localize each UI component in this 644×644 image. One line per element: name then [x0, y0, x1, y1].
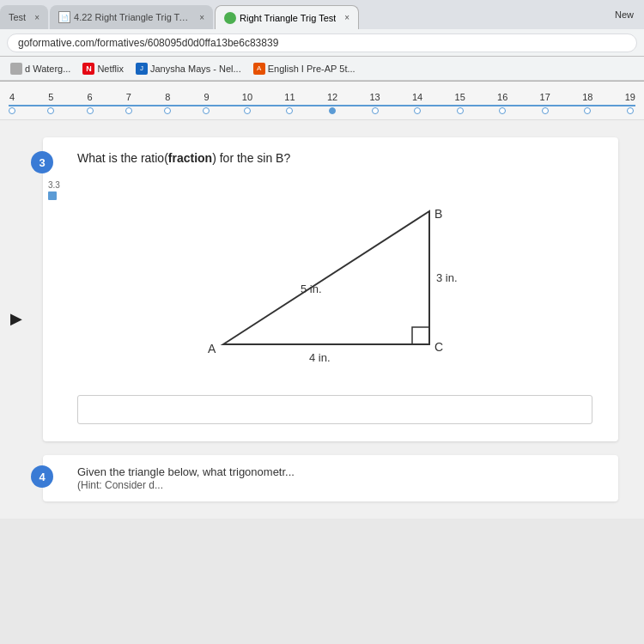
svg-marker-0	[223, 211, 429, 344]
new-tab-button[interactable]: New	[605, 0, 644, 29]
number-line-track	[9, 105, 635, 106]
tab-bar: Test × 📄 4.22 Right Triangle Trig Test […	[0, 0, 644, 29]
tab-right-triangle-label: Right Triangle Trig Test	[240, 13, 336, 23]
new-tab-label: New	[615, 9, 634, 20]
nl-dot-11	[286, 107, 293, 114]
nl-dot-19	[627, 107, 634, 114]
vertex-a-label: A	[208, 342, 216, 355]
nl-item-16: 16	[497, 92, 507, 114]
nl-dot-5	[47, 107, 54, 114]
tab-doc-icon: 📄	[58, 11, 70, 23]
bookmark-english[interactable]: A English I Pre-AP 5t...	[250, 61, 359, 76]
vertex-b-label: B	[434, 207, 442, 221]
nl-dot-15	[457, 107, 464, 114]
side-bc-label: 3 in.	[436, 271, 458, 284]
main-content: ▶ 3 3.3 What is the ratio(fraction) for …	[0, 120, 644, 519]
tab-422[interactable]: 📄 4.22 Right Triangle Trig Test [Ba... ×	[50, 5, 213, 29]
nl-item-5: 5	[47, 92, 54, 114]
nl-dot-12-filled	[329, 107, 336, 114]
tab-right-triangle[interactable]: Right Triangle Trig Test ×	[215, 5, 359, 29]
question-4-block: 4 Given the triangle below, what trigono…	[43, 455, 618, 501]
bookmark-english-icon: A	[253, 63, 265, 75]
nl-dot-7	[125, 107, 132, 114]
tab-test[interactable]: Test ×	[0, 5, 48, 29]
nl-item-12: 12	[327, 92, 337, 114]
bookmark-english-label: English I Pre-AP 5t...	[268, 64, 355, 74]
nl-dot-17	[542, 107, 549, 114]
nl-item-18: 18	[582, 92, 592, 114]
bookmark-netflix-label: Netflix	[97, 64, 124, 74]
vertex-c-label: C	[434, 340, 443, 354]
nl-dot-6	[87, 107, 94, 114]
nl-dot-18	[584, 107, 591, 114]
nl-item-9: 9	[203, 92, 210, 114]
address-text: goformative.com/formatives/608095d0d0ffa…	[18, 37, 278, 49]
number-line: 4 5 6 7 8 9 10	[9, 88, 635, 114]
question-4-badge: 4	[31, 465, 53, 488]
nl-item-14: 14	[412, 92, 422, 114]
bookmark-waterg-label: d Waterg...	[25, 64, 70, 74]
bookmark-waterg[interactable]: d Waterg...	[7, 61, 74, 76]
bookmark-janysha-label: Janysha Mays - Nel...	[150, 64, 241, 74]
nl-item-13: 13	[369, 92, 380, 114]
nl-dot-16	[499, 107, 506, 114]
side-ab-label: 5 in.	[301, 283, 322, 295]
side-ac-label: 4 in.	[309, 351, 331, 364]
address-bar-row: goformative.com/formatives/608095d0d0ffa…	[0, 29, 644, 57]
tab-right-triangle-close[interactable]: ×	[344, 13, 349, 22]
address-bar[interactable]: goformative.com/formatives/608095d0d0ffa…	[7, 33, 637, 52]
bookmark-waterg-icon	[10, 63, 22, 75]
nl-item-11: 11	[284, 92, 295, 114]
triangle-svg: A B C 5 in. 3 in. 4 in.	[189, 185, 481, 374]
question-3-badge: 3	[31, 151, 53, 173]
nl-item-7: 7	[125, 92, 132, 114]
nl-item-10: 10	[242, 92, 252, 114]
bookmark-janysha-icon: J	[136, 63, 148, 75]
triangle-diagram: A B C 5 in. 3 in. 4 in.	[69, 177, 601, 392]
nl-dot-9	[203, 107, 210, 114]
tab-test-close[interactable]: ×	[34, 13, 39, 22]
nl-item-8: 8	[164, 92, 171, 114]
answer-input-area[interactable]	[77, 395, 592, 424]
nl-item-4: 4	[9, 92, 15, 114]
nl-item-6: 6	[87, 92, 94, 114]
number-line-container: 4 5 6 7 8 9 10	[0, 82, 644, 120]
nl-dot-10	[244, 107, 251, 114]
nl-dot-4	[9, 107, 15, 114]
bookmarks-bar: d Waterg... N Netflix J Janysha Mays - N…	[0, 57, 644, 81]
question-3-block: 3 3.3 What is the ratio(fraction) for th…	[43, 137, 618, 441]
number-line-items: 4 5 6 7 8 9 10	[9, 88, 635, 114]
question-3-sublabel: 3.3	[48, 180, 60, 202]
tab-test-label: Test	[9, 12, 26, 22]
bookmark-netflix[interactable]: N Netflix	[79, 61, 127, 76]
nl-item-19: 19	[625, 92, 635, 114]
bookmark-janysha[interactable]: J Janysha Mays - Nel...	[132, 61, 245, 76]
bookmark-netflix-icon: N	[82, 63, 94, 75]
tab-422-close[interactable]: ×	[199, 13, 204, 22]
cursor-arrow-icon: ▶	[10, 309, 22, 328]
tab-422-label: 4.22 Right Triangle Trig Test [Ba...	[74, 12, 191, 22]
nl-dot-8	[164, 107, 171, 114]
nl-dot-13	[372, 107, 379, 114]
browser-chrome: Test × 📄 4.22 Right Triangle Trig Test […	[0, 0, 644, 82]
nl-item-15: 15	[455, 92, 465, 114]
question-3-text: What is the ratio(fraction) for the sin …	[69, 151, 601, 165]
formative-icon	[224, 12, 236, 24]
nl-item-17: 17	[540, 92, 550, 114]
question-4-text: Given the triangle below, what trigonome…	[69, 465, 601, 491]
sublabel-box	[48, 191, 57, 200]
nl-dot-14	[414, 107, 421, 114]
